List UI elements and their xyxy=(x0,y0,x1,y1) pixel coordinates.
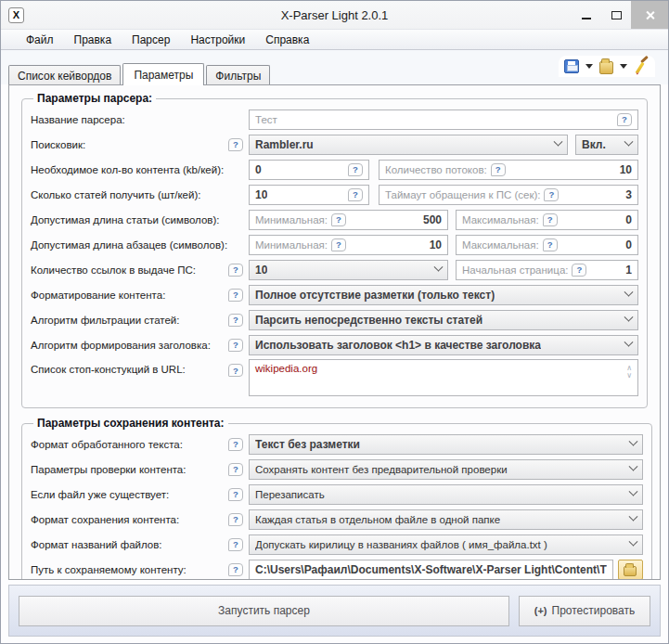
window-title: X-Parser Light 2.0.1 xyxy=(1,8,668,22)
save-format-label: Формат сохранения контента: xyxy=(31,514,228,525)
help-icon[interactable] xyxy=(228,463,243,476)
menu-file[interactable]: Файл xyxy=(16,33,64,46)
stoplist-label: Список стоп-констукций в URL: xyxy=(31,364,228,375)
help-icon[interactable] xyxy=(228,339,243,352)
chevron-down-icon xyxy=(628,487,637,496)
group-saving-params: Параметры сохранения контента: Формат об… xyxy=(21,417,652,580)
help-icon[interactable] xyxy=(228,563,243,576)
help-icon[interactable] xyxy=(348,163,363,176)
tab-strip: Список кейвордов Параметры Фильтры xyxy=(1,50,668,84)
article-min-value: 500 xyxy=(423,213,442,226)
engine-select[interactable]: Rambler.ru xyxy=(249,135,568,155)
path-input[interactable]: C:\Users\Рафаил\Documents\X-Software\X-P… xyxy=(249,560,613,580)
save-icon[interactable] xyxy=(564,59,579,73)
stoplist-textarea[interactable]: wikipedia.org ∧∨ xyxy=(249,359,638,396)
help-icon[interactable] xyxy=(572,264,586,277)
menu-help[interactable]: Справка xyxy=(255,33,319,46)
help-icon[interactable] xyxy=(543,213,558,226)
exists-select[interactable]: Перезаписать xyxy=(249,484,643,505)
row-filename-format: Формат названий файлов: Допускать кирили… xyxy=(31,532,643,557)
startpage-input[interactable]: Начальная страница: 1 xyxy=(456,260,638,280)
row-save-path: Путь к сохраняемому контенту: C:\Users\Р… xyxy=(31,557,643,580)
help-icon[interactable] xyxy=(228,438,243,451)
textarea-scrollbar[interactable]: ∧∨ xyxy=(626,365,632,380)
help-icon[interactable] xyxy=(617,113,632,126)
engine-state-select[interactable]: Вкл. xyxy=(575,135,638,155)
menu-settings[interactable]: Настройки xyxy=(180,33,255,46)
menu-edit[interactable]: Правка xyxy=(64,33,122,46)
chevron-down-icon xyxy=(434,263,444,272)
folder-dropdown-icon[interactable] xyxy=(620,64,627,69)
articles-label: Сколько статей получить (шт/кей): xyxy=(31,189,228,200)
header-algo-select[interactable]: Использовать заголовок <h1> в качестве з… xyxy=(249,335,638,355)
format-select[interactable]: Полное отсутствие разметки (только текст… xyxy=(249,285,638,305)
help-icon[interactable] xyxy=(228,314,243,327)
chevron-down-icon xyxy=(554,137,563,147)
help-icon[interactable] xyxy=(228,364,243,377)
help-icon[interactable] xyxy=(228,538,243,551)
content-kb-input[interactable]: 0 xyxy=(249,160,369,180)
help-icon[interactable] xyxy=(331,213,346,226)
test-button[interactable]: (+) Протестировать xyxy=(519,596,650,626)
help-icon[interactable] xyxy=(543,238,558,251)
timeout-input[interactable]: Таймаут обращения к ПС (сек): 3 xyxy=(379,185,638,205)
text-format-select[interactable]: Текст без разметки xyxy=(249,434,643,455)
articles-input[interactable]: 10 xyxy=(249,185,369,205)
group-title: Параметры сохранения контента: xyxy=(33,417,228,430)
links-select[interactable]: 10 xyxy=(249,260,448,280)
check-select[interactable]: Сохранять контент без предварительной пр… xyxy=(249,459,643,480)
chevron-down-icon xyxy=(628,462,637,471)
help-icon[interactable] xyxy=(228,513,243,526)
help-icon[interactable] xyxy=(228,264,243,277)
maximize-button[interactable] xyxy=(601,1,631,29)
help-icon[interactable] xyxy=(348,188,363,201)
folder-icon[interactable] xyxy=(599,61,613,74)
filename-label: Формат названий файлов: xyxy=(31,539,228,550)
run-parser-button[interactable]: Запустить парсер xyxy=(19,596,509,626)
menu-parser[interactable]: Парсер xyxy=(122,33,180,46)
help-icon[interactable] xyxy=(331,238,346,251)
format-label: Форматирование контента: xyxy=(31,290,228,301)
para-min-input[interactable]: Минимальная: 10 xyxy=(249,235,448,255)
save-format-select[interactable]: Каждая статья в отдельном файле в одной … xyxy=(249,509,643,530)
row-search-engine: Поисковик: Rambler.ru Вкл. xyxy=(31,132,638,157)
tab-keywords[interactable]: Список кейвордов xyxy=(8,65,121,85)
help-icon[interactable] xyxy=(491,163,506,176)
parser-name-input[interactable]: Тест xyxy=(249,109,638,130)
article-max-input[interactable]: Максимальная: 0 xyxy=(456,210,638,230)
help-icon[interactable] xyxy=(228,289,243,302)
threads-input[interactable]: Количество потоков: 10 xyxy=(379,160,638,180)
chevron-down-icon xyxy=(624,313,634,322)
save-dropdown-icon[interactable] xyxy=(585,64,593,69)
path-value: C:\Users\Рафаил\Documents\X-Software\X-P… xyxy=(255,563,607,576)
timeout-value: 3 xyxy=(625,188,632,201)
max-label: Максимальная: xyxy=(462,214,539,225)
minimize-icon xyxy=(582,18,591,19)
close-button[interactable] xyxy=(631,1,668,29)
help-icon[interactable] xyxy=(544,188,559,201)
filename-value: Допускать кирилицу в названиях файлов ( … xyxy=(255,539,547,550)
min-label: Минимальная: xyxy=(255,214,328,225)
tab-parameters[interactable]: Параметры xyxy=(122,63,204,85)
row-article-length: Допустимая длина статьи (символов): Мини… xyxy=(31,207,638,232)
tab-filters[interactable]: Фильтры xyxy=(206,65,270,85)
threads-value: 10 xyxy=(620,163,632,176)
text-format-value: Текст без разметки xyxy=(255,438,360,451)
filename-select[interactable]: Допускать кирилицу в названиях файлов ( … xyxy=(249,535,643,555)
filter-select[interactable]: Парсить непосредственно тексты статей xyxy=(249,310,638,330)
title-bar[interactable]: X X-Parser Light 2.0.1 xyxy=(1,1,668,29)
row-header-algorithm: Алгоритм формирования заголовка: Использ… xyxy=(31,332,638,357)
help-icon[interactable] xyxy=(228,488,243,501)
broom-icon[interactable] xyxy=(633,58,650,75)
chevron-down-icon xyxy=(624,288,634,297)
parser-name-value: Тест xyxy=(255,114,277,125)
chevron-down-icon xyxy=(624,137,634,147)
exists-label: Если файл уже существует: xyxy=(31,489,228,500)
browse-folder-button[interactable] xyxy=(618,560,643,580)
close-icon xyxy=(645,10,655,20)
article-min-input[interactable]: Минимальная: 500 xyxy=(249,210,448,230)
minimize-button[interactable] xyxy=(572,1,601,29)
para-max-input[interactable]: Максимальная: 0 xyxy=(456,235,638,255)
help-icon[interactable] xyxy=(228,138,243,151)
row-content-format: Форматирование контента: Полное отсутств… xyxy=(31,282,638,307)
